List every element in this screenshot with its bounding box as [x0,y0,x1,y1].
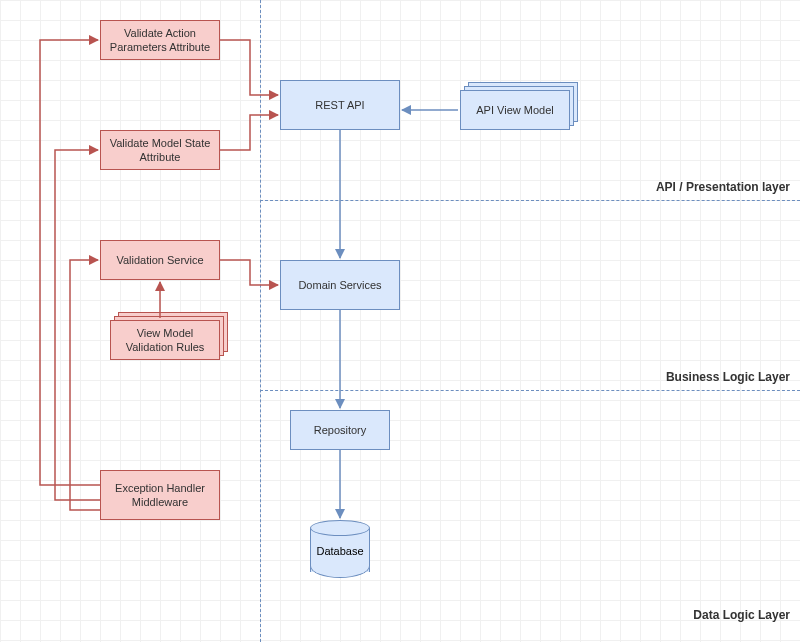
arrow-validate-model-state-to-rest-api [220,115,278,150]
box-label: REST API [315,98,364,112]
box-rest-api: REST API [280,80,400,130]
layer-divider-business-data [260,390,800,391]
layer-label-api: API / Presentation layer [610,180,790,194]
arrow-exception-to-validation-service [70,260,100,510]
arrow-exception-to-validate-action [40,40,100,485]
layer-vertical-divider [260,0,261,642]
box-label: Validate Model StateAttribute [110,136,211,165]
box-view-model-rules: View ModelValidation Rules [110,320,220,360]
arrow-validate-action-to-rest-api [220,40,278,95]
box-validate-action: Validate ActionParameters Attribute [100,20,220,60]
layer-label-business: Business Logic Layer [610,370,790,384]
box-validation-service: Validation Service [100,240,220,280]
box-exception-handler: Exception HandlerMiddleware [100,470,220,520]
box-label: Database [316,544,363,558]
box-domain-services: Domain Services [280,260,400,310]
database-cylinder-top [310,520,370,536]
box-label: API View Model [476,103,553,117]
box-validate-model-state: Validate Model StateAttribute [100,130,220,170]
arrow-validation-service-to-domain [220,260,278,285]
layer-divider-api-business [260,200,800,201]
box-repository: Repository [290,410,390,450]
box-api-view-model: API View Model [460,90,570,130]
box-label: Validation Service [116,253,203,267]
box-label: View ModelValidation Rules [126,326,205,355]
database-label-container: Database [310,536,370,566]
box-label: Exception HandlerMiddleware [115,481,205,510]
box-label: Validate ActionParameters Attribute [110,26,210,55]
box-label: Domain Services [298,278,381,292]
layer-label-data: Data Logic Layer [640,608,790,622]
diagram-canvas: API / Presentation layer Business Logic … [0,0,800,642]
box-label: Repository [314,423,367,437]
database-cylinder-bottom [310,566,370,578]
arrow-exception-to-validate-model-state [55,150,100,500]
